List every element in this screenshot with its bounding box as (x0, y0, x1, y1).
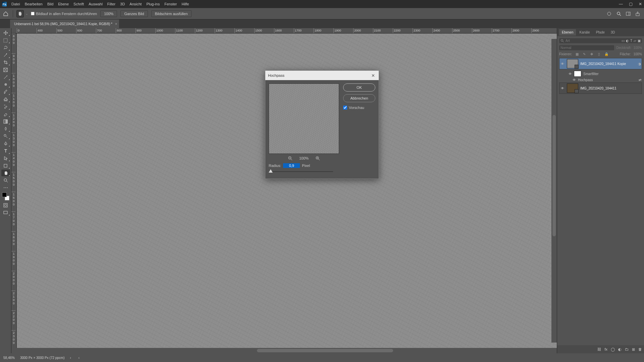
group-icon[interactable]: 🗀 (625, 347, 629, 351)
minimize-icon[interactable]: — (619, 2, 623, 6)
shape-tool-icon[interactable] (1, 162, 10, 169)
doc-dims[interactable]: 3000 Px × 3000 Px (72 ppcm) (20, 356, 65, 360)
preview-checkbox[interactable] (343, 106, 347, 110)
history-brush-tool-icon[interactable] (1, 103, 10, 110)
visibility-toggle-icon[interactable]: 👁 (573, 78, 576, 82)
tab-channels[interactable]: Kanäle (577, 29, 592, 36)
close-icon[interactable]: ✕ (639, 2, 642, 6)
pen-tool-icon[interactable] (1, 140, 10, 147)
menu-window[interactable]: Fenster (164, 2, 177, 6)
zoom-in-icon[interactable] (315, 156, 320, 161)
layer-name[interactable]: IMG_20210420_184411 Kopie (580, 62, 636, 66)
menu-plugins[interactable]: Plug-ins (146, 2, 160, 6)
marquee-tool-icon[interactable] (1, 37, 10, 44)
filter-name[interactable]: Hochpass (578, 78, 593, 82)
lock-pixels-icon[interactable]: ▦ (575, 52, 579, 56)
menu-file[interactable]: Datei (11, 2, 20, 6)
lock-pos-icon[interactable]: ✥ (589, 52, 594, 56)
filter-blend-icon[interactable]: ⇄ (639, 78, 641, 82)
mask-icon[interactable]: ◯ (611, 347, 615, 352)
new-layer-icon[interactable]: ⊞ (632, 347, 635, 352)
lock-paint-icon[interactable]: ✎ (582, 52, 587, 56)
home-icon[interactable] (2, 10, 9, 17)
opacity-value[interactable]: 100% (633, 46, 642, 50)
edit-toolbar-icon[interactable]: ⋯ (1, 184, 10, 191)
scroll-all-checkbox[interactable] (31, 12, 35, 15)
cloud-icon[interactable] (606, 11, 612, 16)
fx-icon[interactable]: fx (604, 347, 607, 351)
radius-slider[interactable] (269, 169, 333, 174)
menu-select[interactable]: Auswahl (89, 2, 103, 6)
hand-tool-icon[interactable] (16, 10, 24, 17)
share-icon[interactable] (635, 11, 640, 16)
menu-help[interactable]: Hilfe (181, 2, 189, 6)
smartfilter-mask-thumb[interactable] (574, 71, 581, 77)
dodge-tool-icon[interactable] (1, 133, 10, 139)
quickmask-icon[interactable] (1, 202, 10, 208)
menu-image[interactable]: Bild (47, 2, 53, 6)
dialog-preview[interactable] (269, 83, 339, 154)
tab-paths[interactable]: Pfade (593, 29, 607, 36)
dialog-close-icon[interactable]: ✕ (370, 72, 376, 78)
zoom-100-button[interactable]: 100% (100, 10, 117, 17)
type-tool-icon[interactable] (1, 147, 10, 154)
smartfilters-row[interactable]: 👁 Smartfilter (559, 70, 642, 77)
eraser-tool-icon[interactable] (1, 111, 10, 117)
fill-value[interactable]: 100% (633, 52, 642, 56)
menu-type[interactable]: Schrift (73, 2, 84, 6)
radius-input[interactable] (283, 163, 300, 168)
fill-screen-button[interactable]: Bildschirm ausfüllen (151, 10, 192, 17)
layer-filter-input[interactable] (566, 39, 620, 43)
gradient-tool-icon[interactable] (1, 118, 10, 125)
zoom-tool-icon[interactable] (1, 177, 10, 184)
delete-icon[interactable]: 🗑 (638, 347, 642, 351)
brush-tool-icon[interactable] (1, 88, 10, 95)
screenmode-icon[interactable] (1, 209, 10, 216)
tab-3d[interactable]: 3D (608, 29, 618, 36)
visibility-toggle-icon[interactable]: 👁 (560, 86, 565, 90)
dialog-titlebar[interactable]: Hochpass ✕ (265, 71, 379, 80)
tab-layers[interactable]: Ebenen (559, 29, 576, 36)
filter-type-icon[interactable]: ▭ (622, 39, 625, 43)
zoom-level[interactable]: 58,46% (3, 356, 15, 360)
scrollbar-vertical[interactable] (551, 39, 557, 343)
close-tab-icon[interactable]: × (115, 22, 117, 26)
search-icon[interactable] (616, 11, 621, 16)
layer-name[interactable]: IMG_20210420_184411 (580, 86, 641, 90)
slider-knob-icon[interactable] (269, 169, 273, 173)
link-layers-icon[interactable]: ⛓ (597, 347, 601, 351)
fit-screen-button[interactable]: Ganzes Bild (120, 10, 148, 17)
chevron-right-icon[interactable]: › (70, 356, 71, 360)
menu-view[interactable]: Ansicht (129, 2, 142, 6)
filter-smart-icon[interactable]: ▣ (638, 39, 641, 43)
workspace-icon[interactable] (626, 11, 631, 16)
adjustment-icon[interactable]: ◐ (618, 347, 622, 352)
scrollbar-horizontal[interactable] (11, 348, 557, 353)
layer-row-top[interactable]: 👁 IMG_20210420_184411 Kopie ◑ (559, 58, 642, 69)
visibility-toggle-icon[interactable]: 👁 (560, 62, 565, 66)
blend-mode-select[interactable]: Normal (559, 45, 614, 50)
filter-text-icon[interactable]: T (630, 39, 632, 43)
lock-all-icon[interactable]: 🔒 (604, 52, 609, 56)
layer-thumb[interactable] (567, 59, 578, 68)
maximize-icon[interactable]: ▢ (629, 2, 633, 6)
hand-tool-icon[interactable] (1, 170, 10, 176)
menu-filter[interactable]: Filter (107, 2, 115, 6)
cancel-button[interactable]: Abbrechen (343, 94, 375, 102)
frame-tool-icon[interactable] (1, 66, 10, 73)
layer-thumb[interactable] (567, 83, 578, 93)
zoom-out-icon[interactable] (288, 156, 292, 161)
eyedropper-tool-icon[interactable] (1, 74, 10, 80)
blur-tool-icon[interactable] (1, 125, 10, 132)
color-swatch[interactable] (1, 192, 10, 201)
layer-row-bottom[interactable]: 👁 IMG_20210420_184411 (559, 82, 642, 94)
filter-shape-icon[interactable]: ▱ (634, 39, 636, 43)
filter-adj-icon[interactable]: ◐ (626, 39, 629, 43)
crop-tool-icon[interactable] (1, 59, 10, 66)
ok-button[interactable]: OK (343, 83, 375, 92)
move-tool-icon[interactable] (1, 29, 10, 36)
visibility-toggle-icon[interactable]: 👁 (569, 72, 572, 76)
tool-preset-dd-icon[interactable]: ⌵ (26, 12, 28, 15)
menu-3d[interactable]: 3D (120, 2, 125, 6)
menu-layer[interactable]: Ebene (58, 2, 69, 6)
